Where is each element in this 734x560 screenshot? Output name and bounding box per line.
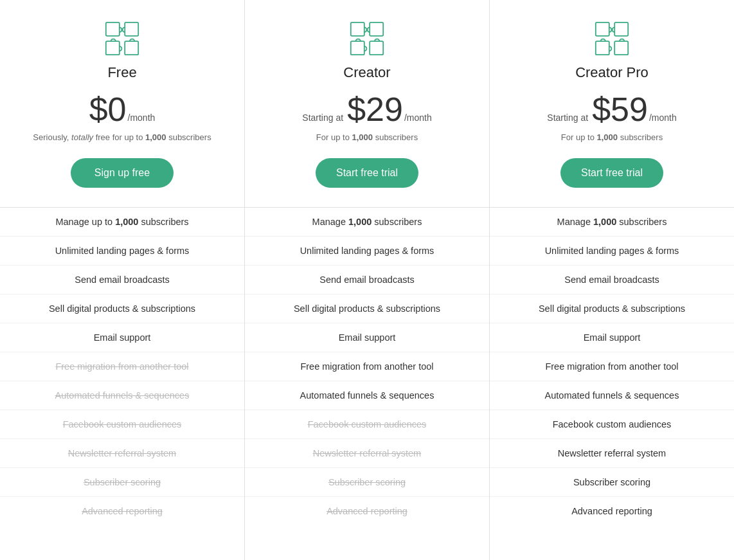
- svg-rect-7: [370, 41, 383, 55]
- feature-row-free-3: Sell digital products & subscriptions: [0, 294, 244, 323]
- feature-row-creator-10: Advanced reporting: [245, 497, 489, 525]
- plan-col-creator-pro: Creator ProStarting at $59/monthFor up t…: [490, 0, 734, 560]
- feature-row-creator-pro-8: Newsletter referral system: [490, 439, 734, 468]
- price-period-creator: /month: [404, 113, 432, 123]
- feature-row-creator-2: Send email broadcasts: [245, 266, 489, 294]
- features-list-creator: Manage 1,000 subscribersUnlimited landin…: [245, 208, 489, 525]
- plan-header-free: Free$0/monthSeriously, totally free for …: [0, 0, 244, 208]
- svg-rect-0: [106, 23, 120, 36]
- feature-row-creator-0: Manage 1,000 subscribers: [245, 208, 489, 237]
- feature-row-creator-pro-10: Advanced reporting: [490, 497, 734, 525]
- price-sub-free: Seriously, totally free for up to 1,000 …: [33, 131, 211, 144]
- puzzle-icon-creator: [348, 19, 386, 58]
- feature-row-free-1: Unlimited landing pages & forms: [0, 237, 244, 266]
- price-prefix-creator: Starting at: [302, 113, 343, 123]
- plan-col-free: Free$0/monthSeriously, totally free for …: [0, 0, 245, 560]
- plan-header-creator: CreatorStarting at $29/monthFor up to 1,…: [245, 0, 489, 208]
- feature-row-free-4: Email support: [0, 323, 244, 352]
- feature-row-free-8: Newsletter referral system: [0, 439, 244, 468]
- feature-row-creator-pro-2: Send email broadcasts: [490, 266, 734, 294]
- feature-row-free-2: Send email broadcasts: [0, 266, 244, 294]
- svg-rect-4: [351, 23, 364, 36]
- feature-row-creator-pro-1: Unlimited landing pages & forms: [490, 237, 734, 266]
- plan-name-free: Free: [107, 64, 136, 81]
- svg-rect-5: [370, 23, 383, 36]
- cta-button-free[interactable]: Sign up free: [71, 158, 174, 188]
- feature-row-free-10: Advanced reporting: [0, 497, 244, 525]
- feature-row-creator-pro-3: Sell digital products & subscriptions: [490, 294, 734, 323]
- feature-row-creator-3: Sell digital products & subscriptions: [245, 294, 489, 323]
- cta-button-creator-pro[interactable]: Start free trial: [560, 158, 663, 188]
- puzzle-icon-creator-pro: [593, 19, 631, 58]
- svg-rect-11: [614, 41, 628, 55]
- feature-row-creator-7: Facebook custom audiences: [245, 410, 489, 439]
- feature-row-creator-pro-4: Email support: [490, 323, 734, 352]
- cta-button-creator[interactable]: Start free trial: [316, 158, 418, 188]
- svg-rect-3: [125, 41, 138, 55]
- feature-row-creator-6: Automated funnels & sequences: [245, 381, 489, 410]
- plan-header-creator-pro: Creator ProStarting at $59/monthFor up t…: [490, 0, 734, 208]
- price-period-creator-pro: /month: [649, 113, 677, 123]
- feature-row-free-6: Automated funnels & sequences: [0, 381, 244, 410]
- svg-rect-2: [106, 41, 120, 55]
- price-dollar-free: $0: [89, 93, 127, 126]
- feature-row-free-5: Free migration from another tool: [0, 352, 244, 381]
- feature-row-creator-1: Unlimited landing pages & forms: [245, 237, 489, 266]
- feature-row-creator-pro-7: Facebook custom audiences: [490, 410, 734, 439]
- price-dollar-creator: $29: [347, 93, 403, 126]
- plan-price-area-free: $0/month: [89, 93, 156, 126]
- plan-name-creator-pro: Creator Pro: [575, 64, 649, 81]
- feature-row-creator-9: Subscriber scoring: [245, 468, 489, 497]
- feature-row-creator-pro-6: Automated funnels & sequences: [490, 381, 734, 410]
- feature-row-creator-pro-9: Subscriber scoring: [490, 468, 734, 497]
- plan-col-creator: CreatorStarting at $29/monthFor up to 1,…: [245, 0, 490, 560]
- feature-row-creator-5: Free migration from another tool: [245, 352, 489, 381]
- price-sub-creator-pro: For up to 1,000 subscribers: [561, 131, 663, 144]
- svg-rect-9: [614, 23, 628, 36]
- svg-rect-10: [596, 41, 609, 55]
- svg-rect-6: [351, 41, 364, 55]
- feature-row-free-7: Facebook custom audiences: [0, 410, 244, 439]
- price-dollar-creator-pro: $59: [592, 93, 648, 126]
- pricing-table: Free$0/monthSeriously, totally free for …: [0, 0, 734, 560]
- feature-row-creator-4: Email support: [245, 323, 489, 352]
- puzzle-icon-free: [103, 19, 141, 58]
- price-sub-creator: For up to 1,000 subscribers: [316, 131, 418, 144]
- price-prefix-creator-pro: Starting at: [547, 113, 588, 123]
- feature-row-creator-pro-0: Manage 1,000 subscribers: [490, 208, 734, 237]
- feature-row-free-0: Manage up to 1,000 subscribers: [0, 208, 244, 237]
- price-period-free: /month: [128, 113, 156, 123]
- feature-row-creator-8: Newsletter referral system: [245, 439, 489, 468]
- plan-price-area-creator-pro: Starting at $59/month: [547, 93, 676, 126]
- svg-rect-8: [596, 23, 609, 36]
- features-list-free: Manage up to 1,000 subscribersUnlimited …: [0, 208, 244, 525]
- feature-row-free-9: Subscriber scoring: [0, 468, 244, 497]
- plan-name-creator: Creator: [343, 64, 390, 81]
- feature-row-creator-pro-5: Free migration from another tool: [490, 352, 734, 381]
- plan-price-area-creator: Starting at $29/month: [302, 93, 431, 126]
- svg-rect-1: [125, 23, 138, 36]
- features-list-creator-pro: Manage 1,000 subscribersUnlimited landin…: [490, 208, 734, 525]
